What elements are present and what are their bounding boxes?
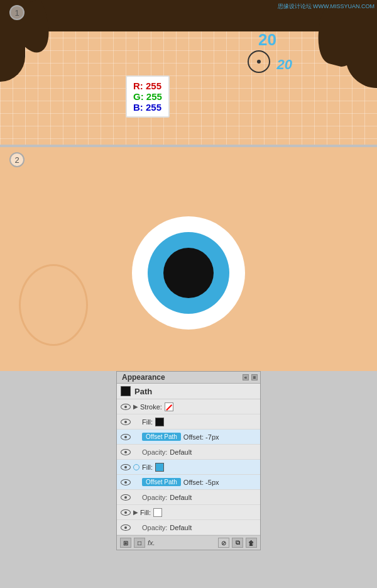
visibility-eye-fill-black[interactable] xyxy=(121,419,131,425)
crosshair-target xyxy=(248,50,270,73)
visibility-eye-stroke[interactable] xyxy=(121,404,131,410)
visibility-eye-fill-blue[interactable] xyxy=(121,464,131,470)
circle-no-icon[interactable]: ⊘ xyxy=(218,538,229,548)
trash-icon[interactable]: 🗑 xyxy=(246,538,257,548)
bottom-area: R: 0 G: 0 B: 0 R: 39 G: 170 B: 225 Appea… xyxy=(0,371,377,588)
fill-white-swatch[interactable] xyxy=(153,508,162,517)
visibility-eye-opacity1[interactable] xyxy=(121,449,131,455)
eye-container xyxy=(132,216,245,330)
offset-path-7-button[interactable]: Offset Path xyxy=(142,433,181,441)
opacity-1-label: Opacity: xyxy=(142,448,167,456)
fill-blue-label: Fill: xyxy=(142,463,153,471)
opacity-1-value: Default xyxy=(170,448,192,456)
fill-white-label: Fill: xyxy=(140,509,151,516)
opacity-3-value: Default xyxy=(170,524,192,531)
stroke-swatch-none[interactable] xyxy=(165,402,173,411)
offset-path-5-button[interactable]: Offset Path xyxy=(142,478,181,486)
layer-icon[interactable]: ⊞ xyxy=(120,538,131,548)
color-b-value: B: 255 xyxy=(133,102,162,113)
offset-7-value: Offset: -7px xyxy=(183,433,219,441)
path-header-row: Path xyxy=(117,384,260,399)
number-20-top: 20 xyxy=(258,30,276,50)
fill-black-label: Fill: xyxy=(142,418,153,426)
visibility-eye-opacity3[interactable] xyxy=(121,524,131,531)
fill-white-row: ▶ Fill: xyxy=(117,505,260,520)
appearance-bottom-bar: ⊞ □ fx. ⊘ ⧉ 🗑 xyxy=(117,535,260,550)
eye-pupil xyxy=(163,248,214,298)
opacity-2-label: Opacity: xyxy=(142,494,167,501)
watermark: 思缘设计论坛 WWW.MISSYUAN.COM xyxy=(278,3,375,11)
fx-icon[interactable]: fx. xyxy=(148,539,155,546)
fill-black-swatch[interactable] xyxy=(155,418,164,426)
color-r-value: R: 255 xyxy=(133,80,162,91)
panel-controls: « ≡ xyxy=(243,374,258,380)
offset-path-5-row: Offset Path Offset: -5px xyxy=(117,475,260,490)
opacity-1-row: Opacity: Default xyxy=(117,445,260,460)
appearance-titlebar: Appearance « ≡ xyxy=(117,372,260,384)
offset-5-value: Offset: -5px xyxy=(183,479,219,486)
expand-stroke-arrow[interactable]: ▶ xyxy=(133,403,138,410)
visibility-eye-offset7[interactable] xyxy=(121,434,131,440)
panel2: 2 xyxy=(0,145,377,371)
panel-menu-btn[interactable]: ≡ xyxy=(251,374,258,380)
step-number-1: 1 xyxy=(9,5,25,20)
blue-indicator xyxy=(133,464,139,470)
fill-blue-row: Fill: xyxy=(117,460,260,475)
ear-left xyxy=(19,264,88,346)
expand-fill-white-arrow[interactable]: ▶ xyxy=(133,509,138,516)
fill-black-row: Fill: xyxy=(117,414,260,430)
color-info-box-1: R: 255 G: 255 B: 255 xyxy=(126,75,170,118)
opacity-3-row: Opacity: Default xyxy=(117,520,260,535)
appearance-panel: Appearance « ≡ Path ▶ Stroke: Fill: xyxy=(116,371,261,550)
copy-icon[interactable]: ⧉ xyxy=(232,538,243,548)
offset-path-7-row: Offset Path Offset: -7px xyxy=(117,430,260,445)
visibility-eye-fill-white[interactable] xyxy=(121,509,131,516)
stroke-label: Stroke: xyxy=(140,403,162,411)
panel-collapse-btn[interactable]: « xyxy=(243,374,249,380)
step-number-2: 2 xyxy=(9,152,25,167)
visibility-eye-opacity2[interactable] xyxy=(121,494,131,501)
path-label: Path xyxy=(134,387,152,396)
visibility-eye-offset5[interactable] xyxy=(121,479,131,485)
fill-blue-swatch[interactable] xyxy=(155,463,164,472)
appearance-title: Appearance xyxy=(119,373,165,382)
stroke-row: ▶ Stroke: xyxy=(117,399,260,414)
square-icon[interactable]: □ xyxy=(134,538,145,548)
opacity-2-value: Default xyxy=(170,494,192,501)
opacity-2-row: Opacity: Default xyxy=(117,490,260,505)
opacity-3-label: Opacity: xyxy=(142,524,167,531)
eye-white xyxy=(132,216,245,330)
number-20-right: 20 xyxy=(277,57,292,73)
path-swatch xyxy=(121,386,131,396)
panel1: 1 20 20 R: 255 G: 255 B: 255 思缘设计论坛 WWW.… xyxy=(0,0,377,145)
eye-blue xyxy=(148,232,229,314)
color-g-value: G: 255 xyxy=(133,91,162,102)
